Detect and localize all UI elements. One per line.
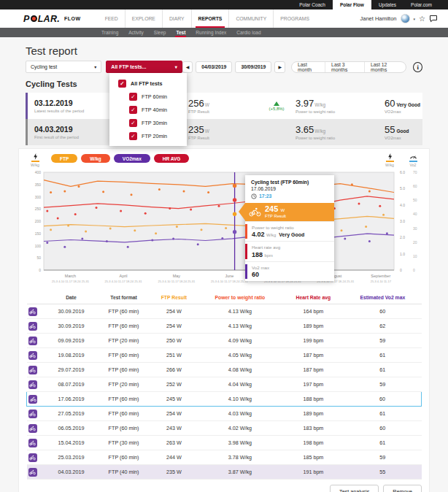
checkbox-checked-icon[interactable] [129,119,137,127]
trend-line-orange-dot[interactable] [131,193,133,196]
chat-bubble-icon[interactable] [429,15,438,23]
trend-line-orange-dot[interactable] [351,183,353,185]
trend-line-purple-dot[interactable] [106,240,108,242]
trend-line-purple-dot[interactable] [46,242,48,244]
selected-test-dot[interactable] [233,212,236,216]
subnav-item-sleep[interactable]: Sleep [149,28,171,37]
range-last-3-months[interactable]: Last 3 months [325,62,364,72]
trend-line-amber-dot[interactable] [341,229,343,231]
trend-line-orange-dot[interactable] [78,185,80,188]
topbar-tab-polar-flow[interactable]: Polar Flow [333,0,371,9]
trend-line-red-dot[interactable] [358,202,360,204]
column-header-ftp-result[interactable]: FTP Result [151,291,198,304]
test-filter-select[interactable]: All FTP tests... [106,61,182,73]
table-row[interactable]: 30.09.2019FTP (60 min)254 W4.13 W/kg164 … [27,304,422,319]
table-row[interactable]: 06.05.2019FTP (60 min)243 W4.02 W/kg183 … [27,421,422,436]
column-header-heart-rate-avg[interactable]: Heart Rate avg [283,291,344,304]
trend-line-purple-dot[interactable] [127,246,129,248]
trend-line-orange-dot[interactable] [183,191,185,193]
trend-line-amber-dot[interactable] [85,231,87,233]
filter-option-ftp-40min[interactable]: FTP 40min [109,103,187,116]
trend-line-red-dot[interactable] [74,213,77,215]
date-from-field[interactable]: 04/03/2019 [196,61,232,73]
selected-test-dot[interactable] [233,230,236,234]
trend-line-purple-dot[interactable] [197,243,199,245]
column-header-estimated-vo2-max[interactable]: Estimated Vo2 max [344,291,421,304]
sport-select[interactable]: Cycling test [26,61,101,73]
trend-line-amber-dot[interactable] [50,228,52,231]
user-name[interactable]: Janet Hamilton [360,15,396,22]
table-row[interactable]: 08.07.2019FTP (20 min)252 W4.04 W/kg197 … [27,377,422,392]
trend-line-purple-dot[interactable] [81,238,83,240]
topbar-tab-polar-com[interactable]: Polar.com [403,0,439,9]
trend-line-orange-dot[interactable] [50,191,52,193]
trend-line-red-dot[interactable] [144,212,147,215]
trend-line-purple-dot[interactable] [221,237,223,239]
table-row[interactable]: 25.03.2019FTP (60 min)244 W3.78 W/kg185 … [27,450,422,465]
legend-pill-vo2max[interactable]: VO2max [114,154,150,163]
trend-line-red-dot[interactable] [57,218,59,220]
filter-option-ftp-30min[interactable]: FTP 30min [109,116,187,129]
summary-row-first[interactable]: 04.03.2019First result of the periodFTP … [26,119,422,145]
range-last-12-months[interactable]: Last 12 months [364,62,406,72]
legend-pill-w-kg[interactable]: W/kg [81,154,110,163]
nav-item-explore[interactable]: EXPLORE [125,9,162,28]
nav-item-community[interactable]: COMMUNITY [228,9,273,28]
trend-line-purple-dot[interactable] [344,238,346,240]
filter-option-ftp-60min[interactable]: FTP 60min [109,90,187,103]
avatar[interactable] [401,14,410,23]
nav-item-programs[interactable]: PROGRAMS [273,9,316,28]
nav-item-reports[interactable]: REPORTS [191,9,229,28]
legend-pill-ftp[interactable]: FTP [51,154,77,163]
checkbox-checked-icon[interactable] [129,93,137,101]
column-header-test-format[interactable]: Test format [97,291,151,304]
range-last-month[interactable]: Last month [292,62,325,72]
trend-line-purple-dot[interactable] [368,240,371,242]
trend-line-orange-dot[interactable] [102,191,104,193]
test-analysis-button[interactable]: Test analysis [330,485,379,492]
legend-pill-hr-avg[interactable]: HR AVG [154,154,190,163]
trend-line-red-dot[interactable] [218,205,220,207]
subnav-item-running-index[interactable]: Running Index [190,28,231,37]
next-period-button[interactable] [274,61,285,73]
column-header-date[interactable]: Date [46,291,97,304]
trend-line-purple-dot[interactable] [63,246,66,248]
trend-line-red-dot[interactable] [190,208,192,210]
favorites-star-icon[interactable] [419,15,425,23]
table-row[interactable]: 17.06.2019FTP (60 min)245 W4.10 W/kg188 … [27,392,422,407]
table-row[interactable]: 27.05.2019FTP (60 min)254 W4.03 W/kg189 … [27,407,422,421]
trend-line-amber-dot[interactable] [365,226,367,228]
trend-line-orange-dot[interactable] [63,191,66,193]
checkbox-checked-icon[interactable] [129,106,137,114]
trend-line-amber-dot[interactable] [109,228,112,230]
topbar-tab-updates[interactable]: Updates [371,0,403,9]
checkbox-checked-icon[interactable] [118,80,126,88]
trend-line-amber-dot[interactable] [382,214,385,216]
subnav-item-test[interactable]: Test [171,28,190,37]
table-row[interactable]: 09.09.2019FTP (20 min)250 W4.09 W/kg199 … [27,334,422,348]
trend-line-amber-dot[interactable] [67,225,69,227]
column-header-power-to-weight-ratio[interactable]: Power to weight ratio [197,291,283,304]
trend-line-orange-dot[interactable] [207,191,209,193]
subnav-item-activity[interactable]: Activity [123,28,149,37]
previous-period-button[interactable] [182,61,193,73]
info-button[interactable]: i [413,62,422,72]
trend-line-amber-dot[interactable] [176,226,178,228]
table-row[interactable]: 19.08.2019FTP (60 min)251 W4.05 W/kg187 … [27,348,422,363]
selected-test-dot[interactable] [233,198,236,201]
trend-line-purple-dot[interactable] [386,232,388,234]
table-row[interactable]: 29.07.2019FTP (60 min)266 W4.08 W/kg187 … [27,363,422,377]
subnav-item-cardio-load[interactable]: Cardio load [231,28,266,37]
chevron-down-icon[interactable]: ▾ [414,17,416,21]
trend-line-purple-dot[interactable] [151,239,153,242]
subnav-item-training[interactable]: Training [96,28,123,37]
remove-button[interactable]: Remove [383,485,422,492]
nav-item-feed[interactable]: FEED [99,9,125,28]
trend-line-amber-dot[interactable] [225,227,227,229]
table-row[interactable]: 04.03.2019FTP (40 min)235 W3.87 W/kg191 … [27,465,422,480]
table-row[interactable]: 15.04.2019FTP (30 min)263 W3.98 W/kg198 … [27,436,422,450]
summary-row-latest[interactable]: 03.12.2019Latest results of the period25… [26,93,422,119]
polar-logo[interactable]: PLAR. FLOW [23,14,81,24]
filter-option-all-ftp-tests[interactable]: All FTP tests [109,77,187,90]
trend-line-red-dot[interactable] [379,205,381,207]
